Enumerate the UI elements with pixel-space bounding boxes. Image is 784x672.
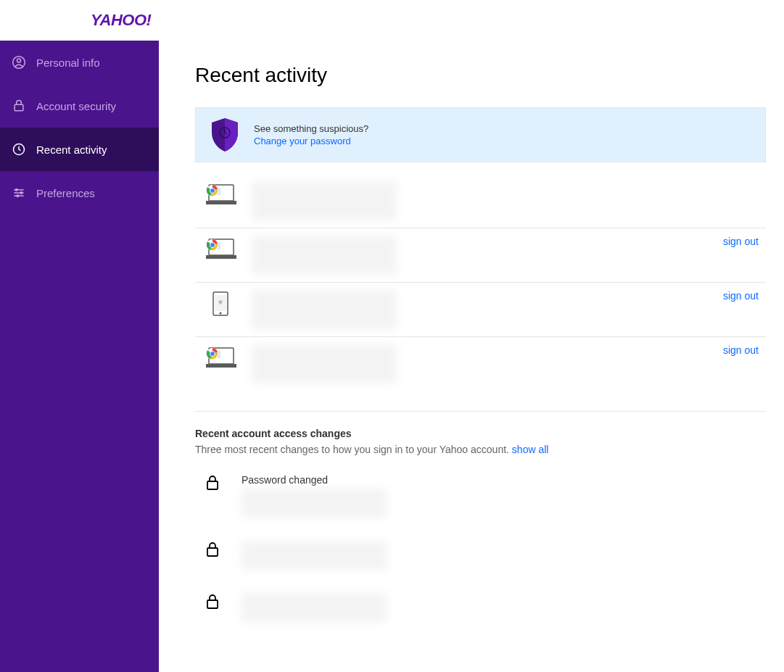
change-password-link[interactable]: Change your password [254,136,351,146]
page-title: Recent activity [195,64,766,87]
session-row[interactable] [195,174,766,228]
redacted-text [252,181,397,220]
lock-icon [205,542,220,557]
redacted-text [242,593,387,622]
changes-title: Recent account access changes [195,428,766,439]
session-info [252,344,760,383]
person-icon [12,55,26,70]
changes-subtitle: Three most recent changes to how you sig… [195,444,766,455]
shield-icon [209,117,241,153]
sign-out-link[interactable]: sign out [723,344,759,356]
session-info [252,236,760,275]
session-info [252,290,760,329]
lock-icon [205,594,220,609]
main-content: Recent activity See something suspicious… [159,41,784,672]
header: YAHOO! [0,0,784,41]
redacted-text [242,489,387,518]
svg-rect-31 [207,600,218,608]
change-text-block [242,541,387,570]
chrome-laptop-icon [201,183,240,207]
changes-section: Recent account access changes Three most… [195,411,766,639]
redacted-text [252,290,397,329]
iphone-icon [201,291,240,316]
svg-point-15 [210,188,215,194]
change-text-block [242,593,387,622]
lock-icon [205,476,220,490]
sidebar-item-recent-activity[interactable]: Recent activity [0,128,159,171]
session-row[interactable]: sign out [195,282,766,336]
svg-rect-12 [206,201,236,204]
sidebar-item-label: Personal info [36,57,100,69]
sessions-list: sign out sign out sign out [195,174,766,391]
redacted-text [242,541,387,570]
chrome-laptop-icon [201,237,240,262]
change-label: Password changed [242,474,387,486]
lock-icon [12,99,26,113]
svg-rect-17 [206,255,236,259]
sidebar-item-account-security[interactable]: Account security [0,84,159,128]
session-info [252,181,760,220]
show-all-link[interactable]: show all [512,444,549,455]
changes-list: Password changed [195,468,766,639]
svg-rect-29 [207,481,218,489]
change-row [195,535,766,587]
svg-point-20 [210,243,215,248]
sidebar-item-label: Account security [36,100,116,112]
svg-point-28 [210,352,215,357]
redacted-text [252,344,397,383]
sidebar-item-label: Preferences [36,187,95,199]
svg-point-7 [15,189,17,191]
sidebar-item-label: Recent activity [36,144,107,156]
security-alert: See something suspicious? Change your pa… [195,107,766,162]
sign-out-link[interactable]: sign out [723,236,759,247]
alert-text-block: See something suspicious? Change your pa… [254,123,368,146]
change-row: Password changed [195,468,766,535]
change-text-block: Password changed [242,474,387,518]
sliders-icon [12,186,26,200]
svg-point-9 [17,195,18,197]
sign-out-link[interactable]: sign out [723,290,759,302]
sidebar-item-preferences[interactable]: Preferences [0,171,159,215]
alert-question: See something suspicious? [254,123,368,134]
chrome-laptop-icon [201,346,240,370]
change-row [195,587,766,639]
svg-point-1 [17,59,21,62]
svg-rect-30 [207,548,218,556]
svg-point-8 [20,192,22,194]
svg-point-23 [220,312,222,315]
session-row[interactable]: sign out [195,336,766,391]
yahoo-logo[interactable]: YAHOO! [91,11,151,30]
session-row[interactable]: sign out [195,228,766,282]
svg-rect-2 [15,104,23,110]
sidebar-item-personal-info[interactable]: Personal info [0,41,159,84]
sidebar: Personal info Account security Recent ac… [0,41,159,672]
clock-icon [12,142,26,157]
redacted-text [252,236,397,275]
svg-rect-25 [206,364,236,368]
